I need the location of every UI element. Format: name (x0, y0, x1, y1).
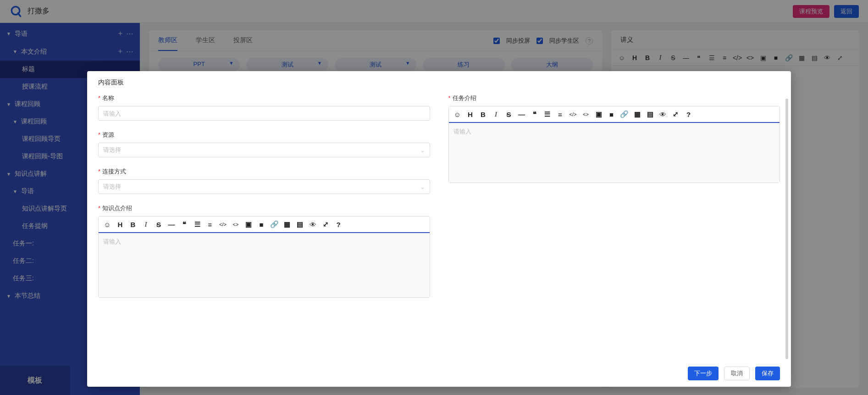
code-icon[interactable]: </> (569, 110, 577, 118)
resource-select[interactable]: 请选择⌄ (98, 143, 430, 157)
next-button[interactable]: 下一步 (688, 367, 719, 380)
chevron-down-icon: ⌄ (420, 184, 425, 190)
quote-icon[interactable]: ❝ (180, 220, 188, 228)
image-icon[interactable]: ▣ (244, 220, 253, 228)
image-icon[interactable]: ▣ (595, 110, 603, 118)
video-icon[interactable]: ■ (257, 220, 265, 228)
table-icon[interactable]: ▦ (283, 220, 291, 228)
content-panel-modal: 内容面板 *名称 *资源 请选择⌄ *连接方式 请选择⌄ *知识点介绍 ☺ H (87, 71, 791, 387)
bold-icon[interactable]: B (479, 110, 487, 118)
hr-icon[interactable]: — (167, 220, 176, 228)
knowledge-textarea[interactable]: 请输入 (99, 233, 430, 297)
eye-icon[interactable]: 👁 (659, 110, 667, 118)
hr-icon[interactable]: — (518, 110, 526, 118)
link-icon[interactable]: 🔗 (270, 220, 278, 228)
fullscreen-icon[interactable]: ⤢ (321, 220, 330, 228)
codeblock-icon[interactable]: <> (582, 110, 590, 118)
stack-icon[interactable]: ▤ (296, 220, 304, 228)
ol-icon[interactable]: ≡ (556, 110, 564, 118)
ul-icon[interactable]: ☰ (543, 110, 552, 118)
italic-icon[interactable]: I (142, 220, 150, 228)
save-button[interactable]: 保存 (755, 367, 780, 380)
resource-label: *资源 (98, 131, 430, 139)
emoji-icon[interactable]: ☺ (453, 110, 462, 118)
video-icon[interactable]: ■ (608, 110, 616, 118)
stack-icon[interactable]: ▤ (646, 110, 654, 118)
strike-icon[interactable]: S (505, 110, 513, 118)
connect-label: *连接方式 (98, 167, 430, 176)
name-input[interactable] (98, 106, 430, 121)
table-icon[interactable]: ▦ (633, 110, 641, 118)
connect-select[interactable]: 请选择⌄ (98, 179, 430, 194)
chevron-down-icon: ⌄ (420, 147, 425, 154)
help-icon[interactable]: ? (334, 220, 343, 228)
quote-icon[interactable]: ❝ (531, 110, 539, 118)
heading-icon[interactable]: H (466, 110, 475, 118)
name-label: *名称 (98, 94, 430, 102)
heading-icon[interactable]: H (116, 220, 124, 228)
strike-icon[interactable]: S (155, 220, 163, 228)
task-label: *任务介绍 (448, 94, 780, 102)
task-textarea[interactable]: 请输入 (449, 123, 780, 183)
link-icon[interactable]: 🔗 (620, 110, 629, 118)
knowledge-label: *知识点介绍 (98, 204, 430, 212)
modal-scrollbar[interactable] (785, 99, 788, 359)
italic-icon[interactable]: I (492, 110, 500, 118)
knowledge-editor: ☺ H B I S — ❝ ☰ ≡ </> <> ▣ ■ 🔗 (98, 216, 430, 298)
fullscreen-icon[interactable]: ⤢ (672, 110, 680, 118)
task-editor: ☺ H B I S — ❝ ☰ ≡ </> <> ▣ ■ 🔗 (448, 106, 780, 183)
ul-icon[interactable]: ☰ (193, 220, 201, 228)
code-icon[interactable]: </> (219, 220, 227, 228)
cancel-button[interactable]: 取消 (724, 367, 750, 380)
help-icon[interactable]: ? (685, 110, 693, 118)
eye-icon[interactable]: 👁 (309, 220, 317, 228)
ol-icon[interactable]: ≡ (206, 220, 214, 228)
modal-title: 内容面板 (87, 71, 791, 94)
codeblock-icon[interactable]: <> (232, 220, 240, 228)
bold-icon[interactable]: B (129, 220, 137, 228)
emoji-icon[interactable]: ☺ (103, 220, 111, 228)
